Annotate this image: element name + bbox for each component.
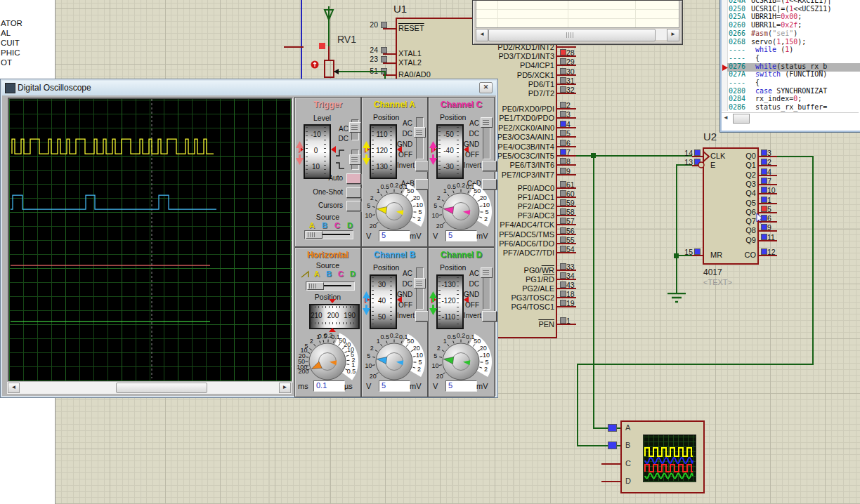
svg-text:20: 20	[436, 223, 443, 230]
slider-thumb-trigger-edge[interactable]	[349, 154, 361, 165]
wire-to-b-down[interactable]	[577, 364, 578, 446]
u1-pin-label: RESET	[398, 24, 448, 32]
slider-thumb-coupling[interactable]	[481, 267, 493, 278]
svg-text:10: 10	[365, 212, 372, 219]
slider-track-horizontal-source[interactable]	[306, 281, 355, 291]
slider-track-trigger-source[interactable]	[304, 230, 353, 239]
scroll-left-arrow[interactable]: ◄	[723, 114, 731, 122]
graph-pin-stub[interactable]	[601, 463, 620, 465]
wire-stub[interactable]	[284, 46, 304, 48]
timebase-value[interactable]: 0.1	[313, 380, 345, 392]
position-scale[interactable]: 110120130	[370, 124, 397, 179]
slider-track-coupling[interactable]	[416, 267, 424, 310]
bus-line-blue[interactable]	[301, 0, 302, 79]
coupling-label: OFF	[464, 301, 479, 309]
position-scale[interactable]: 304050	[370, 274, 397, 329]
gain-value[interactable]: 5	[379, 380, 410, 392]
button-trigger-cursors[interactable]	[346, 201, 361, 211]
position-nudge-arrows	[363, 141, 370, 165]
svg-text:10: 10	[483, 352, 490, 359]
graph-mini-screen	[643, 435, 696, 482]
scope-window[interactable]: Digital Oscilloscope✕◄►Channel APosition…	[0, 79, 498, 398]
coupling-label: DC	[397, 280, 412, 288]
unit-right: mV	[476, 232, 492, 240]
pin-state-square	[761, 150, 767, 156]
scroll-left-arrow[interactable]: ◄	[8, 383, 20, 393]
svg-text:5: 5	[367, 352, 370, 359]
slider-thumb-trigger-source[interactable]	[306, 231, 322, 239]
wire-q0-across[interactable]	[577, 364, 814, 365]
button-trigger-one-shot[interactable]	[346, 187, 361, 198]
gain-value[interactable]: 5	[445, 380, 477, 392]
pin-state-square	[560, 317, 566, 324]
position-scale[interactable]: -130-120-110	[436, 274, 464, 329]
u1-pin-number: 58	[566, 208, 582, 215]
wire-clk-down[interactable]	[593, 155, 594, 429]
u1-pin-number: 57	[566, 217, 582, 224]
button-invert[interactable]	[482, 161, 497, 171]
slider-thumb-coupling[interactable]	[414, 127, 426, 138]
svg-text:2: 2	[417, 215, 421, 223]
scroll-left-arrow[interactable]: ◄	[476, 29, 488, 41]
pin-state-square	[560, 181, 566, 187]
gain-value[interactable]: 5	[445, 230, 477, 241]
scale-ticks	[311, 322, 355, 324]
position-scale[interactable]: -50-40-30	[436, 124, 464, 179]
slider-thumb-coupling[interactable]	[481, 117, 493, 128]
slider-thumb-horizontal-source[interactable]	[307, 282, 324, 290]
svg-text:10: 10	[483, 201, 490, 208]
horizontal-position-scale[interactable]: 210200190	[309, 304, 360, 329]
u2-pin-stub[interactable]	[692, 156, 703, 157]
pin-state-square	[761, 178, 767, 184]
code-window[interactable]: 024AUCSR1B=(1<<RXCIE1)|0250UCSR1C|=(1<<U…	[720, 0, 860, 132]
scope-titlebar[interactable]: Digital Oscilloscope✕	[2, 81, 496, 95]
u2-pin-stub[interactable]	[692, 255, 703, 256]
scroll-thumb[interactable]	[116, 383, 207, 393]
slider-thumb-coupling[interactable]	[414, 278, 426, 289]
scale-value: 10	[305, 163, 327, 171]
source-letter: A	[309, 221, 319, 229]
svg-text:1: 1	[443, 187, 447, 194]
top-window[interactable]: ◄►	[472, 0, 683, 45]
position-scale[interactable]: -10010	[304, 124, 331, 179]
wire-e-mr-down[interactable]	[676, 164, 677, 294]
svg-text:5: 5	[434, 352, 437, 359]
scroll-right-arrow[interactable]: ►	[279, 383, 291, 393]
panel-horizontal: HorizontalSourceABCDPosition2102001900.5…	[294, 247, 361, 397]
scroll-thumb[interactable]	[733, 114, 750, 124]
scroll-thumb[interactable]	[488, 29, 656, 41]
svg-text:50: 50	[474, 338, 481, 345]
wire-q0-down[interactable]	[812, 156, 814, 365]
coupling-label: GND	[464, 291, 479, 298]
graph-pin-stub[interactable]	[601, 481, 620, 482]
pin-state-square	[761, 187, 767, 193]
u2-pin-label: Q2	[731, 171, 756, 179]
u1-pin-number: 54	[566, 245, 582, 252]
slider-thumb-trigger-coupling[interactable]	[349, 122, 361, 133]
graph-mini-waves	[644, 435, 694, 480]
u1-pin-number: 60	[566, 190, 582, 197]
u1-pin-stub[interactable]	[557, 46, 576, 48]
code-scrollbar[interactable]: ◄	[722, 112, 859, 123]
top-window-scrollbar[interactable]: ◄►	[476, 29, 678, 40]
pin-state-square	[560, 49, 566, 55]
svg-text:10: 10	[365, 362, 372, 369]
wire-q0-right[interactable]	[776, 156, 814, 157]
button-trigger-auto[interactable]	[346, 173, 361, 184]
unit-left: V	[366, 232, 377, 240]
slider-track-coupling[interactable]	[416, 117, 424, 159]
scope-close-button[interactable]: ✕	[479, 82, 493, 93]
gain-value[interactable]: 5	[379, 230, 410, 241]
thumb-ridges	[416, 130, 422, 135]
scroll-grip	[566, 32, 575, 38]
button-invert[interactable]	[482, 311, 497, 321]
scroll-right-arrow[interactable]: ►	[667, 29, 679, 41]
scale-value: -120	[438, 297, 460, 305]
u1-pin-label: RA0/AD0	[398, 70, 448, 79]
pin-state-square	[560, 300, 566, 306]
thumb-ridges	[309, 284, 316, 289]
screen-scrollbar[interactable]: ◄►	[6, 381, 292, 394]
u1-pin-number: 61	[566, 180, 582, 187]
unit-right: mV	[410, 382, 425, 390]
coupling-label: GND	[464, 140, 479, 148]
